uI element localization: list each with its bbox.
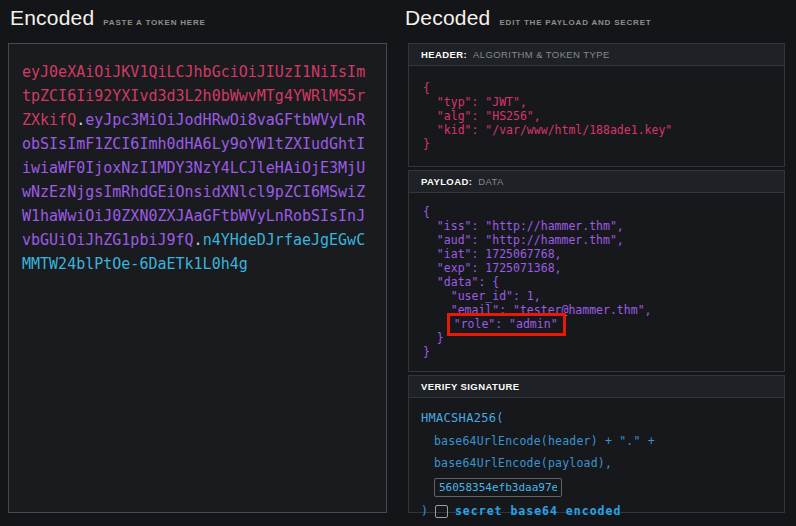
- payload-section-sublabel: DATA: [478, 176, 504, 187]
- header-section-sublabel: ALGORITHM & TOKEN TYPE: [473, 49, 610, 60]
- secret-base64-checkbox[interactable]: [435, 505, 448, 518]
- verify-signature-section: VERIFY SIGNATURE HMACSHA256( base64UrlEn…: [408, 375, 785, 513]
- verify-final-row: ) secret base64 encoded: [421, 504, 772, 518]
- verify-signature-content: HMACSHA256( base64UrlEncode(header) + ".…: [409, 398, 784, 518]
- decoded-title: Decoded: [405, 6, 490, 30]
- jwt-token[interactable]: eyJ0eXAiOiJKV1QiLCJhbGciOiJIUzI1NiIsImtp…: [9, 44, 386, 292]
- encode-header-line: base64UrlEncode(header) + "." +: [434, 434, 772, 448]
- header-section-label: HEADER:: [421, 49, 467, 60]
- payload-section-label: PAYLOAD:: [421, 176, 472, 187]
- role-admin-highlight: "role": "admin": [447, 313, 566, 336]
- payload-json-editor[interactable]: { "iss": "http://hammer.thm", "aud": "ht…: [409, 193, 784, 371]
- header-section: HEADER: ALGORITHM & TOKEN TYPE { "typ": …: [408, 43, 785, 167]
- encode-payload-line: base64UrlEncode(payload),: [434, 456, 772, 470]
- decoded-subtitle: EDIT THE PAYLOAD AND SECRET: [499, 18, 651, 27]
- verify-section-bar: VERIFY SIGNATURE: [409, 376, 784, 398]
- token-payload-segment: eyJpc3MiOiJodHRwOi8vaGFtbWVyLnRobSIsImF1…: [22, 111, 365, 249]
- verify-section-label: VERIFY SIGNATURE: [421, 381, 519, 392]
- payload-section: PAYLOAD: DATA { "iss": "http://hammer.th…: [408, 170, 785, 372]
- payload-json-after: } }: [423, 331, 444, 359]
- encoded-panel-title: Encoded PASTE A TOKEN HERE: [10, 6, 206, 30]
- hmac-function-line: HMACSHA256(: [421, 411, 772, 425]
- token-separator-1: .: [76, 111, 85, 129]
- header-json-editor[interactable]: { "typ": "JWT", "alg": "HS256", "kid": "…: [409, 66, 784, 166]
- decoded-panel-title: Decoded EDIT THE PAYLOAD AND SECRET: [405, 6, 651, 30]
- encoded-subtitle: PASTE A TOKEN HERE: [103, 18, 205, 27]
- token-separator-2: .: [194, 231, 203, 249]
- token-editor[interactable]: eyJ0eXAiOiJKV1QiLCJhbGciOiJIUzI1NiIsImtp…: [8, 43, 387, 513]
- payload-section-bar: PAYLOAD: DATA: [409, 171, 784, 193]
- header-section-bar: HEADER: ALGORITHM & TOKEN TYPE: [409, 44, 784, 66]
- closing-paren: ): [421, 504, 428, 518]
- secret-input[interactable]: [434, 478, 562, 497]
- encoded-title: Encoded: [10, 6, 94, 30]
- secret-base64-label: secret base64 encoded: [455, 504, 621, 518]
